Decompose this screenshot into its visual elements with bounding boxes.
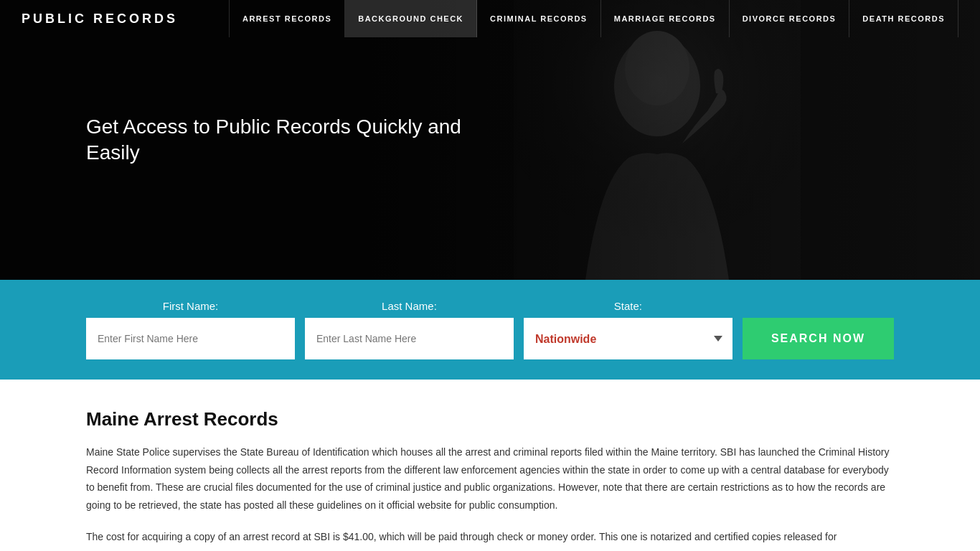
- last-name-field: Last Name:: [305, 300, 514, 359]
- main-nav: ARREST RECORDS BACKGROUND CHECK CRIMINAL…: [229, 0, 958, 37]
- nav-criminal-records[interactable]: CRIMINAL RECORDS: [477, 0, 601, 37]
- state-select-wrapper: Nationwide Alabama Alaska Arizona Arkans…: [524, 318, 732, 359]
- first-name-label: First Name:: [86, 300, 295, 312]
- state-field: State: Nationwide Alabama Alaska Arizona…: [524, 300, 732, 359]
- state-label: State:: [524, 300, 732, 312]
- content-paragraph-2: The cost for acquiring a copy of an arre…: [86, 528, 894, 546]
- first-name-input[interactable]: [86, 318, 295, 359]
- first-name-field: First Name:: [86, 300, 295, 359]
- content-heading: Maine Arrest Records: [86, 408, 894, 430]
- nav-arrest-records[interactable]: ARREST RECORDS: [229, 0, 345, 37]
- hero-section: Get Access to Public Records Quickly and…: [0, 0, 980, 280]
- last-name-label: Last Name:: [305, 300, 514, 312]
- site-logo[interactable]: PUBLIC RECORDS: [22, 11, 178, 27]
- search-now-button[interactable]: SEARCH NOW: [743, 318, 894, 359]
- state-select[interactable]: Nationwide Alabama Alaska Arizona Arkans…: [524, 318, 732, 359]
- nav-death-records[interactable]: DEATH RECORDS: [849, 0, 958, 37]
- nav-marriage-records[interactable]: MARRIAGE RECORDS: [601, 0, 730, 37]
- last-name-input[interactable]: [305, 318, 514, 359]
- hero-title: Get Access to Public Records Quickly and…: [86, 114, 466, 166]
- nav-background-check[interactable]: BACKGROUND CHECK: [345, 0, 477, 37]
- nav-divorce-records[interactable]: DIVORCE RECORDS: [730, 0, 850, 37]
- hero-content: Get Access to Public Records Quickly and…: [0, 114, 466, 166]
- content-paragraph-1: Maine State Police supervises the State …: [86, 443, 894, 514]
- search-section: First Name: Last Name: State: Nationwide…: [0, 280, 980, 380]
- site-header: PUBLIC RECORDS ARREST RECORDS BACKGROUND…: [0, 0, 980, 37]
- content-section: Maine Arrest Records Maine State Police …: [0, 380, 980, 551]
